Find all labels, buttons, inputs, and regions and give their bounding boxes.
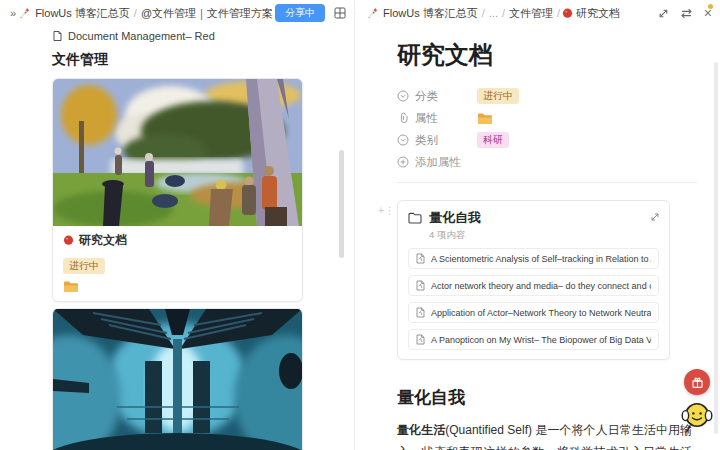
add-property-row[interactable]: 添加属性 [397, 151, 690, 173]
flowus-logo-icon [18, 7, 30, 19]
table-view-icon[interactable] [334, 7, 346, 19]
property-label: 属性 [415, 111, 477, 126]
expand-page-icon[interactable] [658, 8, 669, 19]
property-value-tag[interactable]: 科研 [477, 132, 509, 148]
breadcrumb-root[interactable]: FlowUs 博客汇总页 [35, 6, 130, 21]
red-balloon-icon [63, 235, 74, 246]
embed-header: 量化自我 [408, 209, 659, 227]
divider [397, 182, 697, 183]
select-icon [397, 90, 415, 102]
status-tag[interactable]: 进行中 [63, 258, 105, 274]
breadcrumb-separator: / [482, 7, 485, 19]
add-property-label: 添加属性 [415, 155, 461, 170]
document-body: 研究文档 分类 进行中 属性 [356, 26, 720, 450]
property-label: 类别 [415, 133, 477, 148]
embedded-folder-card[interactable]: 量化自我 4 项内容 A Scientometric Analysis of S… [397, 200, 670, 360]
right-topbar: FlowUs 博客汇总页 / ... / 文件管理 / 研究文档 × [356, 0, 720, 26]
paragraph-lead: 量化生活 [397, 423, 445, 437]
folder-emoji-icon[interactable] [477, 112, 493, 125]
breadcrumb-current[interactable]: @文件管理｜文件管理方案 [141, 6, 273, 21]
embed-block-wrap: +⋮⋮ 量化自我 4 项内容 A Scientometric Analysis … [397, 200, 670, 360]
file-name: A Panopticon on My Wrist– The Biopower o… [431, 335, 651, 345]
breadcrumb-separator: / [502, 7, 505, 19]
file-name: Actor network theory and media– do they … [431, 281, 651, 291]
pdf-file-icon [416, 280, 425, 291]
left-topbar: » FlowUs 博客汇总页 / @文件管理｜文件管理方案 分享中 ⋯ [0, 0, 354, 26]
pdf-file-icon [416, 307, 425, 318]
folder-emoji-icon [63, 280, 292, 293]
breadcrumb-current[interactable]: 研究文档 [576, 6, 620, 21]
gift-promo-button[interactable] [684, 369, 710, 395]
left-content: Document Management– Red 文件管理 [0, 26, 354, 450]
pdf-file-icon [416, 334, 425, 345]
left-scrollbar[interactable] [339, 150, 344, 258]
breadcrumb-ellipsis[interactable]: ... [489, 7, 498, 19]
flowus-logo-icon [366, 7, 378, 19]
card-title: 研究文档 [79, 232, 127, 249]
notification-dot [708, 4, 713, 9]
pdf-file-icon [416, 253, 425, 264]
property-row-category[interactable]: 分类 进行中 [397, 85, 690, 107]
card-cover-painting [53, 79, 302, 226]
share-button[interactable]: 分享中 [275, 4, 325, 22]
smiley-headset-icon [680, 398, 714, 434]
file-name: A Scientometric Analysis of Self–trackin… [431, 254, 651, 264]
embed-title: 量化自我 [429, 209, 481, 227]
plus-circle-icon [397, 156, 415, 168]
embed-item-count: 4 项内容 [429, 229, 659, 242]
breadcrumb-separator: / [557, 7, 560, 19]
breadcrumb-separator: / [134, 7, 137, 19]
page-title[interactable]: 研究文档 [397, 39, 690, 71]
select-icon [397, 134, 415, 146]
breadcrumb-root[interactable]: FlowUs 博客汇总页 [383, 6, 478, 21]
paperclip-icon [397, 112, 415, 124]
support-smiley-button[interactable] [680, 398, 714, 434]
property-value-tag[interactable]: 进行中 [477, 88, 519, 104]
subdoc-link[interactable]: Document Management– Red [52, 30, 354, 42]
left-section-heading: 文件管理 [52, 51, 354, 69]
swap-panels-icon[interactable] [680, 8, 693, 19]
page-icon [52, 30, 63, 42]
body-paragraph[interactable]: 量化生活(Quantified Self) 是一个将个人日常生活中用输入、状态和… [397, 419, 692, 450]
section-heading: 量化自我 [397, 386, 690, 409]
red-balloon-icon [562, 8, 573, 19]
breadcrumb-parent[interactable]: 文件管理 [509, 6, 553, 21]
card-body: 研究文档 进行中 [53, 226, 302, 301]
subdoc-title: Document Management– Red [68, 30, 215, 42]
file-row[interactable]: A Scientometric Analysis of Self–trackin… [408, 248, 659, 269]
folder-outline-icon [408, 212, 422, 224]
left-panel: » FlowUs 博客汇总页 / @文件管理｜文件管理方案 分享中 ⋯ Docu… [0, 0, 355, 450]
property-row-type[interactable]: 类别 科研 [397, 129, 690, 151]
file-row[interactable]: Application of Actor–Network Theory to N… [408, 302, 659, 323]
gallery-card-research[interactable]: 研究文档 进行中 [52, 78, 303, 302]
gift-icon [691, 376, 704, 389]
file-row[interactable]: A Panopticon on My Wrist– The Biopower o… [408, 329, 659, 350]
card-cover-industrial [53, 309, 302, 450]
property-list: 分类 进行中 属性 类别 科研 [397, 85, 690, 173]
gallery-card-work[interactable]: 工作文档 待处理 [52, 308, 303, 450]
file-row[interactable]: Actor network theory and media– do they … [408, 275, 659, 296]
right-scrollbar[interactable] [714, 62, 718, 434]
property-label: 分类 [415, 89, 477, 104]
file-name: Application of Actor–Network Theory to N… [431, 308, 651, 318]
property-row-attachment[interactable]: 属性 [397, 107, 690, 129]
card-title-row: 研究文档 [63, 232, 292, 249]
sidebar-expand-icon[interactable]: » [10, 7, 16, 19]
expand-embed-icon[interactable] [650, 212, 660, 222]
right-panel: FlowUs 博客汇总页 / ... / 文件管理 / 研究文档 × 研究文档 [356, 0, 720, 450]
